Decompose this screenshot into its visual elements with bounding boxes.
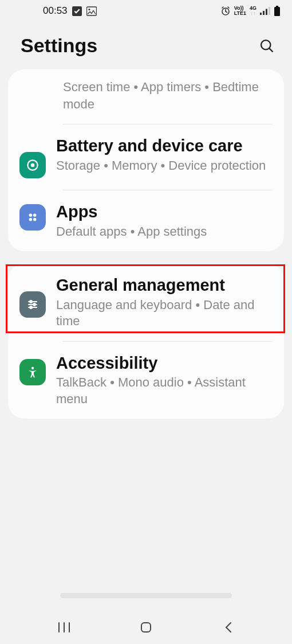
svg-point-15	[33, 214, 36, 217]
svg-point-19	[30, 300, 32, 303]
search-icon[interactable]	[259, 38, 275, 54]
status-time: 00:53	[43, 5, 68, 17]
svg-point-2	[88, 9, 90, 10]
apps-icon	[19, 204, 46, 231]
row-text: General management Language and keyboard…	[56, 275, 273, 330]
home-button[interactable]	[129, 616, 163, 639]
row-text: Apps Default apps • App settings	[56, 202, 273, 240]
net-gen: 4G ↓↑	[250, 6, 257, 16]
svg-rect-6	[266, 9, 267, 15]
svg-point-17	[33, 218, 36, 221]
battery-icon	[274, 6, 281, 16]
row-text: Accessibility TalkBack • Mono audio • As…	[56, 353, 273, 408]
recents-button[interactable]	[47, 616, 81, 639]
row-subtitle: Language and keyboard • Date and time	[56, 297, 273, 330]
row-battery-device-care[interactable]: Battery and device care Storage • Memory…	[8, 124, 284, 190]
row-text: Battery and device care Storage • Memory…	[56, 136, 273, 174]
row-title: Apps	[56, 202, 273, 222]
back-button[interactable]	[211, 616, 245, 639]
settings-card-1: Screen time • App timers • Bedtime mode …	[8, 69, 284, 251]
row-title: Battery and device care	[56, 136, 273, 156]
volte-label: Vo)) LTE1	[234, 6, 246, 16]
svg-point-16	[29, 218, 33, 221]
svg-point-23	[30, 306, 32, 309]
nav-bar	[0, 611, 292, 644]
svg-point-14	[29, 214, 33, 217]
accessibility-icon	[19, 359, 46, 385]
svg-point-10	[261, 40, 270, 49]
header: Settings	[0, 22, 292, 69]
general-management-icon	[19, 291, 46, 318]
settings-card-2: General management Language and keyboard…	[8, 264, 284, 419]
svg-line-11	[269, 48, 273, 52]
row-title: General management	[56, 275, 273, 295]
row-general-management[interactable]: General management Language and keyboard…	[8, 264, 284, 341]
alarm-icon	[220, 6, 231, 16]
volte-bottom: LTE1	[234, 11, 246, 16]
row-digital-wellbeing-partial[interactable]: Screen time • App timers • Bedtime mode	[8, 69, 284, 124]
signal-icon	[260, 7, 270, 15]
scroll-indicator[interactable]	[60, 593, 232, 598]
arrows-icon: ↓↑	[250, 11, 255, 16]
svg-rect-9	[274, 7, 280, 16]
svg-rect-8	[276, 6, 278, 7]
page-title: Settings	[21, 34, 97, 57]
status-right: Vo)) LTE1 4G ↓↑	[220, 6, 281, 16]
svg-rect-5	[263, 11, 265, 15]
svg-rect-4	[260, 13, 262, 15]
svg-rect-7	[269, 7, 270, 15]
svg-point-13	[31, 163, 35, 167]
row-accessibility[interactable]: Accessibility TalkBack • Mono audio • As…	[8, 342, 284, 419]
row-subtitle: TalkBack • Mono audio • Assistant menu	[56, 374, 273, 407]
status-left: 00:53	[11, 5, 97, 17]
device-care-icon	[19, 152, 46, 178]
svg-rect-1	[86, 7, 96, 15]
row-apps[interactable]: Apps Default apps • App settings	[8, 190, 284, 251]
image-icon	[86, 6, 97, 16]
svg-rect-28	[141, 623, 151, 632]
svg-point-21	[33, 303, 35, 306]
checkbox-icon	[72, 6, 82, 16]
row-title: Accessibility	[56, 353, 273, 373]
svg-point-24	[31, 367, 34, 369]
row-subtitle: Storage • Memory • Device protection	[56, 158, 273, 174]
status-bar: 00:53 Vo)) LTE1 4G ↓↑	[0, 0, 292, 22]
row-subtitle: Default apps • App settings	[56, 224, 273, 240]
row-subtitle: Screen time • App timers • Bedtime mode	[63, 79, 273, 112]
